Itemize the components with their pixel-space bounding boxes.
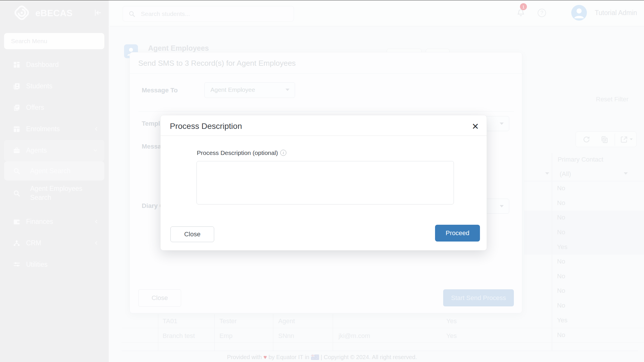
sidebar-item-finances[interactable]: Finances	[0, 213, 109, 230]
info-icon[interactable]	[280, 150, 286, 156]
select-caret-icon	[500, 123, 504, 125]
heart-icon: ♥	[263, 354, 267, 360]
grid-cell-primary-contact: No	[557, 199, 580, 207]
proceed-button[interactable]: Proceed	[435, 225, 480, 242]
sidebar-item-label: Students	[26, 82, 52, 90]
process-description-textarea[interactable]	[197, 161, 454, 204]
sidebar-item-label: Offers	[26, 104, 44, 111]
start-send-process-button[interactable]: Start Send Process	[443, 289, 514, 306]
australia-flag-icon	[311, 354, 319, 360]
offers-icon	[13, 104, 21, 111]
sidebar-item-label: Enrolments	[26, 125, 60, 133]
grid-cell-primary-contact: No	[557, 287, 580, 295]
chevron-left-icon	[93, 240, 100, 246]
cell-flag: Yes	[446, 317, 457, 325]
grid-bottom-rows: TA01 Tester Agent Yes Branch test Emp SN…	[122, 314, 644, 351]
export-icon[interactable]	[620, 136, 628, 144]
sidebar: eBECAS Dashboard Students Offers Enrolme…	[0, 0, 109, 362]
sidebar-item-students[interactable]: Students	[0, 78, 109, 94]
sidebar-item-label: Utilities	[26, 261, 48, 268]
sidebar-item-dashboard[interactable]: Dashboard	[0, 56, 109, 73]
chevron-left-icon	[93, 218, 100, 225]
finances-icon	[13, 218, 21, 226]
divider	[138, 111, 514, 111]
app-logo-text: eBECAS	[35, 8, 73, 19]
page-title: Agent Employees	[148, 44, 209, 52]
process-description-label: Process Description (optional)	[197, 149, 278, 156]
reset-filter-link[interactable]: Reset Filter	[596, 96, 628, 103]
user-name[interactable]: Tutorial Admin	[595, 9, 637, 17]
sidebar-item-utilities[interactable]: Utilities	[0, 256, 109, 273]
cell-code: Branch test	[163, 332, 195, 340]
ebecas-logo-icon	[13, 4, 30, 21]
search-icon	[13, 189, 21, 197]
global-search	[123, 6, 294, 21]
grid-cell-primary-contact: No	[557, 302, 580, 309]
sidebar-item-label: Agent Search	[30, 167, 70, 175]
notification-count-badge: 1	[520, 3, 527, 10]
process-modal-close-button[interactable]: Close	[170, 226, 214, 242]
sidebar-menu-search-input[interactable]	[4, 33, 104, 49]
message-to-value: Agent Employee	[210, 86, 255, 93]
template-label: Templ	[142, 120, 160, 127]
cell-name: Emp	[219, 332, 232, 340]
sidebar-item-agents[interactable]: Agents	[0, 142, 109, 158]
avatar[interactable]	[571, 5, 587, 21]
chevron-down-icon	[92, 147, 99, 153]
cell-type: Agent	[278, 317, 295, 325]
cell-code: TA01	[163, 317, 177, 325]
sidebar-item-label: Dashboard	[26, 61, 59, 69]
agents-icon	[13, 147, 21, 154]
message-label: Messa	[142, 143, 161, 150]
grid-bottom-edge	[122, 351, 638, 351]
footer-text: | Copyright © 2024. All right reserved.	[321, 354, 417, 360]
filter-caret-icon[interactable]	[624, 172, 628, 175]
refresh-icon[interactable]	[582, 136, 590, 144]
window-top-edge	[0, 0, 644, 0]
app-window: eBECAS Dashboard Students Offers Enrolme…	[0, 0, 644, 362]
footer: Provided with ♥ by Equator IT in | Copyr…	[0, 354, 644, 361]
close-icon[interactable]	[468, 119, 482, 133]
column-header-primary-contact[interactable]: Primary Contact	[558, 156, 603, 163]
grid-cell-primary-contact: No	[557, 214, 580, 221]
sidebar-item-offers[interactable]: Offers	[0, 99, 109, 116]
sidebar-item-agent-search[interactable]: Agent Search	[0, 161, 109, 180]
export-dropdown-caret-icon[interactable]	[630, 138, 633, 140]
global-search-input[interactable]	[141, 6, 289, 21]
search-icon	[128, 10, 136, 18]
cell-flag: Yes	[446, 332, 457, 340]
cell-type: SNnn	[278, 332, 294, 340]
grid-header-divider	[524, 181, 644, 181]
process-description-modal: Process Description Process Description …	[160, 115, 487, 251]
sidebar-item-enrolments[interactable]: Enrolments	[0, 121, 109, 137]
students-icon	[13, 82, 21, 90]
divider	[161, 136, 487, 136]
message-to-label: Message To	[142, 87, 178, 94]
cell-name: Tester	[219, 317, 237, 325]
dashboard-icon	[13, 61, 21, 69]
sidebar-collapse-icon[interactable]	[93, 8, 102, 17]
sidebar-item-label: Finances	[26, 218, 53, 226]
send-sms-modal-title: Send SMS to 3 Record(s) for Agent Employ…	[138, 59, 296, 68]
copy-icon[interactable]	[600, 136, 608, 144]
cell-email: jki@m.com	[339, 332, 370, 340]
divider	[130, 74, 523, 74]
grid-cell-primary-contact: No	[557, 228, 580, 236]
search-icon	[13, 167, 21, 175]
sidebar-item-crm[interactable]: CRM	[0, 235, 109, 251]
topbar: 1 Tutorial Admin	[110, 0, 644, 26]
message-to-select[interactable]: Agent Employee	[204, 82, 295, 98]
footer-text: Provided with	[227, 354, 262, 360]
footer-text: by Equator IT in	[268, 354, 309, 360]
sidebar-item-label: CRM	[26, 239, 41, 247]
sidebar-item-agent-employees-search[interactable]: Agent Employees Search	[0, 181, 109, 205]
chevron-left-icon	[93, 126, 100, 132]
sms-modal-close-button[interactable]: Close	[138, 289, 181, 307]
filter-caret-icon[interactable]	[545, 172, 549, 175]
grid-cell-primary-contact: No	[557, 258, 580, 265]
help-icon[interactable]	[538, 9, 546, 17]
grid-cell-primary-contact: No	[557, 273, 580, 280]
sidebar-item-label: Agents	[26, 147, 47, 154]
primary-contact-filter-value[interactable]: (All)	[560, 170, 571, 178]
enrolments-icon	[13, 125, 21, 133]
